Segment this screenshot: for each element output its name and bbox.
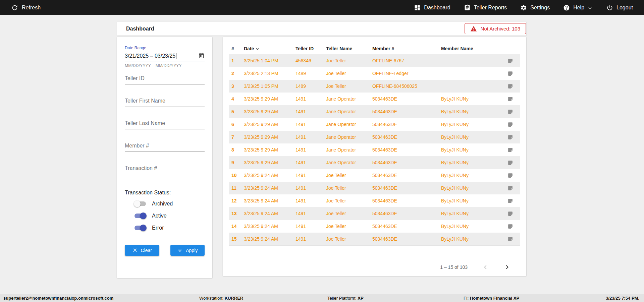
cell-teller-name: Jane Operator bbox=[326, 96, 372, 102]
cell-member: 5034463DE bbox=[372, 211, 441, 216]
note-icon[interactable] bbox=[500, 147, 520, 153]
table-row[interactable]: 11 3/23/25 9:24 AM 1491 Joe Teller 50344… bbox=[229, 182, 520, 194]
date-range-input[interactable]: 3/21/2025 – 03/23/25 bbox=[125, 53, 205, 61]
cell-num: 13 bbox=[231, 211, 244, 216]
table-row[interactable]: 6 3/23/25 9:29 AM 1491 Jane Operator 503… bbox=[229, 118, 520, 131]
note-icon[interactable] bbox=[500, 236, 520, 242]
col-header-member-name: Member Name bbox=[441, 46, 500, 51]
cell-teller-id: 1491 bbox=[296, 160, 326, 165]
cell-member: 5034463DE bbox=[372, 109, 441, 114]
note-icon[interactable] bbox=[500, 58, 520, 64]
apply-button[interactable]: Apply bbox=[170, 245, 205, 256]
cell-member: 5034463DE bbox=[372, 122, 441, 127]
note-icon[interactable] bbox=[500, 83, 520, 89]
cell-member: 5034463DE bbox=[372, 96, 441, 102]
table-row[interactable]: 8 3/23/25 9:29 AM 1491 Jane Operator 503… bbox=[229, 143, 520, 156]
gear-icon bbox=[520, 4, 527, 11]
fi-info: FI: Hometown Financial XP bbox=[464, 296, 519, 301]
note-icon[interactable] bbox=[500, 173, 520, 178]
table-row[interactable]: 13 3/23/25 9:24 AM 1491 Joe Teller 50344… bbox=[229, 207, 520, 220]
table-row[interactable]: 10 3/23/25 9:24 AM 1491 Joe Teller 50344… bbox=[229, 169, 520, 182]
note-icon[interactable] bbox=[500, 160, 520, 166]
cell-teller-name: Jane Operator bbox=[326, 134, 372, 140]
cell-teller-name: Joe Teller bbox=[326, 211, 372, 216]
col-header-num: # bbox=[231, 46, 244, 51]
member-field[interactable] bbox=[125, 143, 205, 152]
date-range-label: Date Range bbox=[125, 46, 205, 50]
cell-teller-id: 1491 bbox=[296, 198, 326, 203]
cell-member-name: ByLyJI KUNy bbox=[441, 134, 500, 140]
date-range-helper: MM/DD/YYYY – MM/DD/YYYY bbox=[125, 63, 205, 68]
table-row[interactable]: 9 3/23/25 9:29 AM 1491 Jane Operator 503… bbox=[229, 156, 520, 169]
cell-teller-id: 1489 bbox=[296, 71, 326, 76]
cell-teller-id: 1491 bbox=[296, 173, 326, 178]
error-toggle[interactable] bbox=[134, 225, 147, 231]
note-icon[interactable] bbox=[500, 122, 520, 127]
logged-in-user: superteller2@hometownfinancialxp.onmicro… bbox=[3, 296, 113, 301]
cell-member-name: ByLyJI KUNy bbox=[441, 96, 500, 102]
not-archived-badge[interactable]: Not Archived: 103 bbox=[465, 23, 526, 34]
cell-teller-name: Joe Teller bbox=[326, 236, 372, 242]
col-header-date[interactable]: Date bbox=[244, 46, 296, 52]
teller-id-field[interactable] bbox=[125, 75, 205, 84]
transaction-field[interactable] bbox=[125, 165, 205, 174]
sort-desc-icon bbox=[255, 46, 260, 52]
nav-dashboard[interactable]: Dashboard bbox=[414, 4, 450, 11]
active-toggle[interactable] bbox=[134, 213, 147, 219]
cell-date: 3/23/25 9:24 AM bbox=[244, 198, 296, 203]
cell-date: 3/23/25 9:24 AM bbox=[244, 211, 296, 216]
note-icon[interactable] bbox=[500, 185, 520, 191]
cell-date: 3/23/25 9:29 AM bbox=[244, 160, 296, 165]
table-row[interactable]: 15 3/23/25 9:24 AM 1491 Joe Teller 50344… bbox=[229, 233, 520, 245]
nav-teller-reports-label: Teller Reports bbox=[474, 5, 507, 11]
table-row[interactable]: 7 3/23/25 9:29 AM 1491 Jane Operator 503… bbox=[229, 131, 520, 143]
cell-teller-id: 1491 bbox=[296, 236, 326, 242]
note-icon[interactable] bbox=[500, 211, 520, 217]
note-icon[interactable] bbox=[500, 109, 520, 115]
col-header-teller-id: Teller ID bbox=[296, 46, 326, 51]
refresh-button[interactable]: Refresh bbox=[11, 4, 41, 11]
note-icon[interactable] bbox=[500, 198, 520, 204]
note-icon[interactable] bbox=[500, 71, 520, 76]
nav-settings[interactable]: Settings bbox=[520, 4, 550, 11]
nav-teller-reports[interactable]: Teller Reports bbox=[464, 4, 507, 11]
cell-num: 12 bbox=[231, 198, 244, 203]
archived-toggle[interactable] bbox=[134, 200, 147, 207]
table-row[interactable]: 5 3/23/25 9:29 AM 1491 Jane Operator 503… bbox=[229, 105, 520, 118]
cell-num: 14 bbox=[231, 224, 244, 229]
calendar-icon[interactable] bbox=[198, 53, 205, 59]
pagination-next-button[interactable] bbox=[503, 263, 511, 271]
clear-button[interactable]: Clear bbox=[125, 245, 159, 256]
cell-teller-name: Joe Teller bbox=[326, 58, 372, 63]
cell-member-name: ByLyJI KUNy bbox=[441, 185, 500, 191]
cell-member: 5034463DE bbox=[372, 224, 441, 229]
col-header-member: Member # bbox=[372, 46, 441, 51]
cell-date: 3/23/25 9:29 AM bbox=[244, 109, 296, 114]
table-row[interactable]: 2 3/23/25 2:13 PM 1489 Joe Teller OFFLIN… bbox=[229, 67, 520, 80]
workstation-info: Workstation: KURRER bbox=[199, 296, 243, 301]
page-title: Dashboard bbox=[126, 26, 154, 32]
table-row[interactable]: 14 3/23/25 9:24 AM 1491 Joe Teller 50344… bbox=[229, 220, 520, 233]
table-row[interactable]: 12 3/23/25 9:24 AM 1491 Joe Teller 50344… bbox=[229, 194, 520, 207]
table-row[interactable]: 4 3/23/25 9:29 AM 1491 Jane Operator 503… bbox=[229, 93, 520, 105]
cell-member: OFFLINE-684506025 bbox=[372, 83, 441, 89]
cell-date: 3/23/25 1:05 PM bbox=[244, 83, 296, 89]
note-icon[interactable] bbox=[500, 96, 520, 102]
note-icon[interactable] bbox=[500, 134, 520, 140]
cell-date: 3/23/25 9:24 AM bbox=[244, 185, 296, 191]
table-row[interactable]: 3 3/23/25 1:05 PM 1489 Joe Teller OFFLIN… bbox=[229, 80, 520, 93]
pagination-prev-button[interactable] bbox=[481, 263, 489, 271]
nav-help[interactable]: Help bbox=[563, 4, 593, 11]
table-row[interactable]: 1 3/25/25 1:04 PM 456346 Joe Teller OFFL… bbox=[229, 54, 520, 67]
teller-first-name-field[interactable] bbox=[125, 98, 205, 107]
close-icon bbox=[132, 247, 138, 253]
toggle-label: Active bbox=[152, 213, 167, 219]
statusbar: superteller2@hometownfinancialxp.onmicro… bbox=[0, 294, 644, 302]
cell-num: 1 bbox=[231, 58, 244, 63]
teller-last-name-field[interactable] bbox=[125, 120, 205, 129]
note-icon[interactable] bbox=[500, 224, 520, 229]
nav-logout[interactable]: Logout bbox=[606, 4, 633, 11]
cell-teller-name: Jane Operator bbox=[326, 160, 372, 165]
toggle-row: Archived bbox=[125, 200, 205, 208]
table-body: 1 3/25/25 1:04 PM 456346 Joe Teller OFFL… bbox=[229, 54, 520, 246]
